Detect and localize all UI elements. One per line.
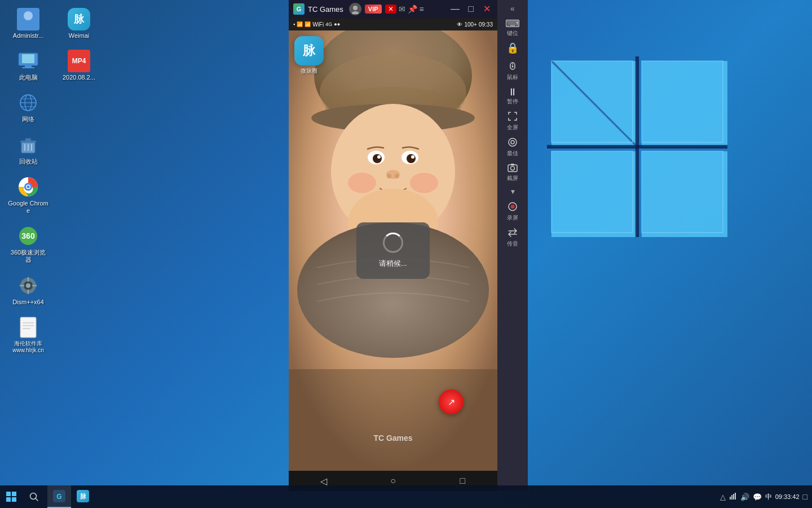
hailen-label: 海伦软件库www.hlrjk.cn [12, 340, 44, 354]
weimai-app-icon[interactable]: 脉 微脉圈 [294, 36, 324, 75]
close-btn[interactable]: ✕ [480, 3, 493, 15]
svg-point-75 [511, 205, 515, 209]
title-bar: G TC Games VIP ✕ ✉ 📌 ≡ — □ ✕ [289, 0, 497, 18]
taskbar-tc-games[interactable]: G [47, 485, 71, 508]
phone-status-bar: ▪ 📶 📶 WiFi 4G ●● 👁 100+ 09:33 [289, 18, 497, 30]
sidebar-lock[interactable]: 🔒 [497, 40, 528, 57]
svg-point-38 [26, 283, 30, 288]
vip-badge[interactable]: VIP [365, 5, 382, 14]
svg-rect-17 [22, 67, 34, 68]
loading-spinner [383, 233, 403, 253]
sidebar-mouse[interactable]: 鼠标 [497, 58, 528, 83]
desktop-icon-thispc[interactable]: 此电脑 [6, 47, 51, 84]
taskbar-right: △ 🔊 💬 中 09:33:42 □ [720, 492, 812, 502]
desktop-icon-weimai[interactable]: 脉 Weimai [56, 6, 102, 42]
svg-rect-25 [25, 138, 31, 141]
maximize-btn[interactable]: □ [465, 3, 477, 15]
cursor-arrow-icon: ↗ [448, 397, 455, 408]
tc-games-window: G TC Games VIP ✕ ✉ 📌 ≡ — □ ✕ [289, 0, 805, 491]
tray-up-icon[interactable]: △ [720, 493, 726, 501]
desktop-icon-mp4[interactable]: MP4 2020.08.2... [56, 47, 102, 84]
svg-point-70 [511, 141, 514, 144]
desktop-icon-dism[interactable]: Dism++x64 [6, 272, 51, 308]
recycle-label: 回收站 [19, 158, 38, 165]
svg-rect-76 [6, 492, 11, 496]
svg-line-81 [36, 498, 38, 501]
svg-rect-65 [289, 369, 497, 471]
svg-point-44 [352, 11, 359, 14]
thispc-label: 此电脑 [19, 74, 38, 81]
screenshot-label: 截屏 [507, 175, 518, 181]
chrome-label: Google Chrome [8, 200, 48, 214]
nav-home-btn[interactable]: ○ [382, 476, 404, 486]
svg-text:G: G [56, 493, 61, 501]
desktop: Administr... 脉 Weimai 此电脑 [0, 0, 812, 508]
sidebar-best[interactable]: 最佳 [497, 134, 528, 159]
loading-text: 请稍候... [379, 259, 407, 269]
best-label: 最佳 [507, 150, 518, 156]
user-avatar[interactable] [349, 3, 361, 15]
input-method[interactable]: 中 [765, 492, 772, 502]
eye-icon: 👁 [457, 21, 462, 28]
mouse-label: 鼠标 [507, 74, 518, 80]
loading-overlay: 请稍候... [356, 222, 430, 279]
sim-icon: ▪ [293, 21, 295, 27]
sidebar-record[interactable]: 录屏 [497, 199, 528, 224]
cursor-dot: ↗ [439, 389, 464, 414]
minimize-btn[interactable]: — [449, 3, 461, 15]
battery-status: 100+ [464, 21, 477, 28]
sidebar-fullscreen[interactable]: 全屏 [497, 108, 528, 133]
status-time: 09:33 [479, 21, 493, 28]
mouse-icon [508, 61, 518, 73]
lock-icon: 🔒 [506, 43, 519, 53]
screenshot-icon [508, 163, 518, 174]
tray-volume-icon[interactable]: 🔊 [740, 493, 749, 501]
sidebar-keyboard[interactable]: ⌨ 键位 [497, 16, 528, 39]
record-icon [508, 202, 518, 213]
signal-icon: 📶 [297, 21, 303, 27]
svg-rect-77 [12, 492, 16, 496]
tray-net-icon[interactable] [729, 492, 737, 502]
browser360-label: 360极速浏览器 [8, 249, 48, 264]
desktop-icon-360[interactable]: 360 360极速浏览器 [6, 222, 51, 266]
sidebar-scroll-up[interactable]: « [509, 2, 517, 15]
time-display: 09:33:42 [775, 493, 800, 501]
svg-point-57 [377, 155, 381, 159]
nav-back-btn[interactable]: ◁ [312, 476, 335, 487]
svg-point-60 [387, 174, 391, 178]
start-button[interactable] [0, 485, 23, 508]
weimai-app-label: 微脉圈 [301, 67, 317, 75]
right-sidebar: « ⌨ 键位 🔒 鼠标 [497, 0, 528, 491]
sidebar-screenshot[interactable]: 截屏 [497, 160, 528, 184]
desktop-icon-admin[interactable]: Administr... [6, 6, 51, 42]
nav-recent-btn[interactable]: □ [451, 476, 474, 486]
svg-point-72 [511, 167, 515, 170]
sidebar-transfer[interactable]: 传音 [497, 225, 528, 249]
search-button[interactable] [23, 485, 45, 508]
mail-icon[interactable]: ✉ [399, 5, 405, 14]
admin-label: Administr... [13, 32, 43, 40]
notification-btn[interactable]: □ [803, 492, 807, 501]
svg-rect-15 [22, 54, 34, 63]
pin-icon[interactable]: 📌 [408, 5, 417, 14]
desktop-icon-recycle[interactable]: 回收站 [6, 132, 51, 168]
sidebar-pause[interactable]: ⏸ 暂停 [497, 84, 528, 107]
desktop-icon-hailen[interactable]: 海伦软件库www.hlrjk.cn [6, 314, 51, 356]
tray-balloon-icon[interactable]: 💬 [753, 493, 762, 501]
phone-content: 脉 微脉圈 请稍候... ↗ TC Games [289, 30, 497, 471]
data-icon: 4G [325, 21, 332, 27]
close-x-btn[interactable]: ✕ [385, 5, 396, 14]
window-controls: — □ ✕ [449, 3, 493, 15]
sidebar-scroll-down[interactable]: ▾ [509, 185, 517, 198]
transfer-label: 传音 [507, 240, 518, 247]
taskbar-weimai[interactable]: 脉 [71, 485, 95, 508]
svg-point-69 [509, 138, 517, 146]
phone-area: G TC Games VIP ✕ ✉ 📌 ≡ — □ ✕ [289, 0, 497, 491]
desktop-icon-network[interactable]: 网络 [6, 89, 51, 125]
menu-icon[interactable]: ≡ [420, 5, 424, 14]
desktop-icon-chrome[interactable]: Google Chrome [6, 173, 51, 217]
weimai-label: Weimai [69, 32, 89, 40]
fullscreen-label: 全屏 [507, 124, 518, 130]
transfer-icon [508, 227, 518, 239]
record-label: 录屏 [507, 214, 518, 221]
